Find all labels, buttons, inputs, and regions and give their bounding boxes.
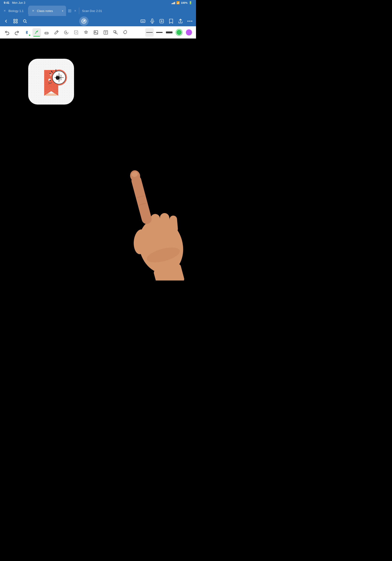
svg-point-10 <box>189 21 190 22</box>
tab-label-classnotes: Class notes <box>37 9 60 13</box>
stroke-thick-indicator <box>166 32 173 33</box>
selection-tool-button[interactable] <box>72 28 80 37</box>
battery-icon: 🔋 <box>189 1 192 4</box>
favorite-tool-button[interactable] <box>82 28 90 37</box>
tab-close-classnotes[interactable]: ✕ <box>31 9 35 13</box>
svg-point-16 <box>76 32 76 33</box>
color-purple-swatch <box>186 29 192 35</box>
status-date: Mon Jun 3 <box>12 1 25 4</box>
bluetooth-pen-indicator <box>22 28 31 37</box>
back-button[interactable] <box>2 17 10 25</box>
status-icons: 📶 100% 🔋 <box>172 1 192 4</box>
svg-rect-17 <box>94 31 98 34</box>
stroke-thick-button[interactable] <box>165 28 174 37</box>
svg-rect-48 <box>153 263 185 280</box>
chevron-down-icon: ▾ <box>62 10 63 12</box>
undo-button[interactable] <box>3 28 11 37</box>
canvas-area[interactable] <box>0 39 196 280</box>
hand-cursor <box>102 132 196 280</box>
tab-close-biology[interactable]: ✕ <box>3 9 7 13</box>
app-icon <box>28 59 74 105</box>
svg-rect-44 <box>131 174 153 225</box>
color-green-swatch <box>176 29 182 35</box>
tab-bar: ✕ Biology 1.1 ✕ Class notes ▾ ⊞ ✕ Scan D… <box>0 6 196 16</box>
svg-point-47 <box>145 245 181 265</box>
bookmark-button[interactable] <box>167 17 175 25</box>
svg-rect-2 <box>14 22 15 23</box>
signal-icon <box>172 1 175 4</box>
svg-rect-1 <box>16 19 17 21</box>
share-button[interactable] <box>176 17 185 25</box>
tab-biology[interactable]: ✕ Biology 1.1 <box>0 6 28 16</box>
sticker-button[interactable] <box>121 28 130 37</box>
tab-placeholder[interactable]: ⊞ ✕ <box>66 6 79 16</box>
stroke-thin-indicator <box>146 32 153 33</box>
keyboard-button[interactable] <box>139 17 147 25</box>
image-insert-button[interactable] <box>92 28 100 37</box>
toolbar-right <box>139 17 194 25</box>
svg-point-11 <box>191 21 192 22</box>
color-purple-button[interactable] <box>185 28 193 37</box>
pencil-tool-button[interactable] <box>52 28 61 37</box>
svg-point-14 <box>66 32 67 33</box>
status-time: 9:41 Mon Jun 3 <box>4 1 25 4</box>
color-green-button[interactable] <box>175 28 183 37</box>
svg-point-12 <box>36 32 37 33</box>
search-button[interactable] <box>21 17 29 25</box>
tab-close-placeholder[interactable]: ✕ <box>73 9 77 13</box>
app-icon-sticker[interactable] <box>28 59 75 106</box>
microphone-button[interactable] <box>148 17 156 25</box>
svg-point-39 <box>133 213 189 278</box>
drawing-toolbar <box>0 26 196 39</box>
battery-label: 100% <box>181 1 187 4</box>
status-bar: 9:41 Mon Jun 3 📶 100% 🔋 <box>0 0 196 6</box>
icon-dot-pattern <box>28 59 74 105</box>
tab-label-scandoc: Scan Doc 2.01 <box>82 9 105 13</box>
more-button[interactable] <box>186 17 194 25</box>
svg-point-4 <box>23 20 26 22</box>
image-search-button[interactable] <box>111 28 120 37</box>
text-tool-button[interactable] <box>101 28 110 37</box>
redo-button[interactable] <box>13 28 21 37</box>
grid-button[interactable] <box>11 17 20 25</box>
tab-classnotes[interactable]: ✕ Class notes ▾ <box>28 6 66 16</box>
svg-rect-43 <box>169 215 178 233</box>
svg-rect-0 <box>14 19 15 21</box>
svg-rect-6 <box>141 20 145 22</box>
svg-point-40 <box>133 229 149 255</box>
pen-mode-button[interactable] <box>79 16 89 26</box>
svg-rect-41 <box>159 212 172 235</box>
lasso-tool-button[interactable] <box>62 28 70 37</box>
tab-label-biology: Biology 1.1 <box>9 9 25 13</box>
svg-point-46 <box>131 171 138 178</box>
pen-tool-button[interactable] <box>33 28 41 37</box>
svg-point-45 <box>129 169 141 183</box>
add-button[interactable] <box>157 17 166 25</box>
svg-rect-3 <box>16 22 17 23</box>
hand-svg <box>102 132 196 280</box>
stroke-medium-button[interactable] <box>155 28 163 37</box>
stroke-thin-button[interactable] <box>145 28 154 37</box>
svg-point-9 <box>187 21 188 22</box>
tab-placeholder-icon: ⊞ <box>68 8 71 13</box>
svg-rect-7 <box>152 19 153 21</box>
eraser-tool-button[interactable] <box>42 28 51 37</box>
svg-rect-42 <box>150 213 164 238</box>
main-toolbar <box>0 16 196 26</box>
stroke-medium-indicator <box>156 32 163 33</box>
wifi-icon: 📶 <box>176 1 180 4</box>
tab-scandoc[interactable]: Scan Doc 2.01 <box>79 6 107 16</box>
